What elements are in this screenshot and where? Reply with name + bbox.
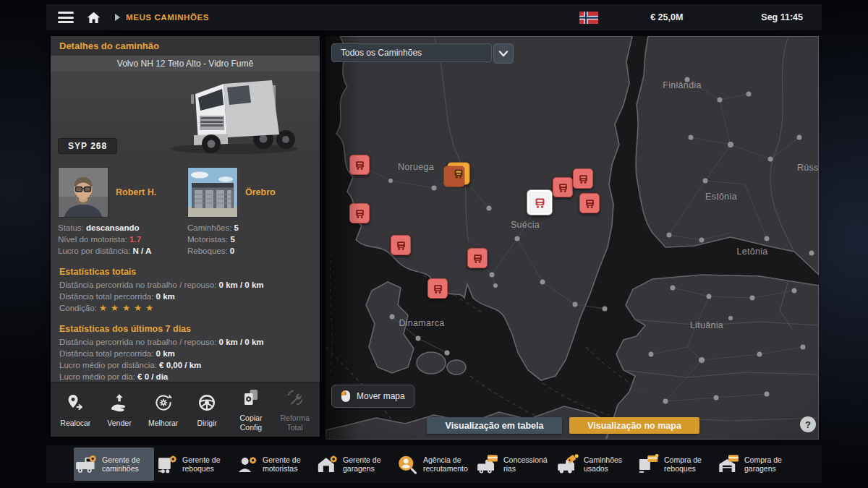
driver-level: Nível do motorista: 1.7 — [58, 234, 183, 245]
driver-name[interactable]: Robert H. — [116, 187, 156, 197]
total-stats-title: Estatísticas totais — [59, 267, 311, 277]
condition-row: Condição: ★ ★ ★ ★ ★ — [59, 302, 311, 314]
table-view-button[interactable]: Visualização em tabela — [427, 417, 562, 434]
country-label: Lituânia — [690, 320, 723, 330]
toolbar-trailer-manager[interactable]: Gerente de reboques — [154, 448, 234, 481]
week-avg-profit-distance: Lucro médio por distância: € 0,00 / km — [59, 359, 311, 371]
map-panel[interactable]: FinlândiaNoruegaSuéciaEstôniaRússiaLetôn… — [326, 36, 819, 440]
country-label: Rússia — [797, 163, 819, 173]
license-plate: SYP 268 — [58, 138, 117, 154]
truck-marker-red[interactable] — [553, 177, 573, 197]
truck-marker-red[interactable] — [349, 203, 370, 223]
driver-status: Status: descansando — [58, 222, 183, 234]
truck-marker-red[interactable] — [391, 235, 411, 255]
truck-filter-dropdown[interactable]: Todos os Caminhões — [331, 43, 492, 62]
norway-flag-icon — [579, 12, 598, 24]
truck-image-area: SYP 268 — [51, 72, 320, 161]
country-label: Noruega — [398, 162, 434, 172]
truck-manager-icon — [75, 454, 97, 474]
truck-model: Volvo NH 12 Teto Alto - Vidro Fumê — [51, 56, 320, 72]
used-trucks-icon — [557, 454, 579, 474]
mouse-icon — [341, 390, 351, 403]
driver-manager-icon — [236, 454, 258, 474]
copy-config-button[interactable]: Copiar Config — [230, 388, 271, 432]
country-label: Letônia — [736, 247, 767, 257]
truck-action-bar: Realocar Vender Melhorar — [51, 382, 320, 437]
total-work-rest: Distância percorrida no trabalho / repou… — [59, 279, 311, 291]
toolbar-truck-manager[interactable]: Gerente de caminhões — [74, 448, 154, 481]
toolbar-trailer-purchase[interactable]: Compra de reboques — [636, 448, 716, 481]
chevron-down-icon — [498, 49, 509, 58]
garage-purchase-icon — [718, 454, 739, 474]
sell-button[interactable]: Vender — [98, 393, 140, 428]
garage-drivers: Motoristas: 5 — [187, 234, 312, 245]
truck-marker-red[interactable] — [349, 155, 370, 175]
truck-image — [155, 72, 307, 158]
country-label: Estônia — [705, 192, 737, 202]
week-stats-title: Estatísticas dos últimos 7 dias — [59, 324, 311, 334]
management-toolbar: Gerente de caminhões Gerente de reboques… — [46, 445, 822, 483]
toolbar-recruitment-agency[interactable]: Agência de recrutamento — [395, 448, 475, 481]
country-label: Finlândia — [663, 80, 701, 90]
drive-icon — [197, 393, 217, 416]
driver-photo — [58, 167, 109, 218]
garage-manager-icon — [316, 454, 338, 474]
player-money: € 25,0M — [650, 12, 683, 22]
breadcrumb-caret-icon — [115, 14, 120, 21]
trailer-purchase-icon — [637, 454, 659, 474]
screen: { "top_bar": { "breadcrumb": "MEUS CAMIN… — [0, 0, 868, 488]
relocate-button[interactable]: Realocar — [55, 393, 96, 428]
driver-garage-info: Robert H. Status: descansando Nível do m… — [51, 161, 320, 257]
trailer-manager-icon — [156, 454, 177, 474]
upgrade-button[interactable]: Melhorar — [142, 393, 184, 428]
driver-profit: Lucro por distância: N / A — [58, 245, 183, 257]
dealers-icon — [477, 454, 498, 474]
map-view-button[interactable]: Visualização no mapa — [569, 417, 699, 434]
help-button[interactable]: ? — [800, 416, 816, 432]
breadcrumb[interactable]: MEUS CAMINHÕES — [126, 13, 209, 22]
move-map-hint: Mover mapa — [331, 385, 414, 408]
total-overhaul-icon — [285, 388, 305, 411]
recruitment-agency-icon — [396, 454, 418, 474]
week-stats-section: Estatísticas dos últimos 7 dias Distânci… — [51, 324, 320, 382]
drive-button[interactable]: Dirigir — [187, 393, 228, 428]
garage-trailers: Reboques: 0 — [187, 245, 312, 257]
toolbar-used-trucks[interactable]: Caminhões usados — [556, 448, 636, 481]
garage-name[interactable]: Örebro — [245, 187, 276, 197]
upgrade-icon — [153, 393, 174, 416]
sell-icon — [109, 393, 129, 416]
toolbar-garage-manager[interactable]: Gerente de garagens — [315, 448, 395, 481]
garage-trucks: Caminhões: 5 — [187, 222, 312, 234]
condition-stars: ★ ★ ★ ★ ★ — [99, 303, 154, 313]
home-icon[interactable] — [87, 12, 101, 24]
toolbar-dealers[interactable]: Concessionárias — [475, 448, 556, 481]
truck-marker-red[interactable] — [467, 248, 488, 268]
copy-config-icon — [241, 388, 261, 411]
menu-icon[interactable] — [58, 12, 74, 23]
truck-marker-red[interactable] — [427, 278, 448, 299]
relocate-icon — [65, 393, 85, 416]
truck-marker-red[interactable] — [579, 193, 600, 213]
country-label: Suécia — [511, 220, 540, 230]
total-distance: Distância total percorrida: 0 km — [59, 291, 311, 302]
total-stats-section: Estatísticas totais Distância percorrida… — [51, 267, 320, 314]
truck-marker-selected[interactable] — [527, 190, 552, 215]
panel-title: Detalhes do caminhão — [51, 36, 320, 56]
country-label: Dinamarca — [399, 318, 444, 328]
map-overlay: FinlândiaNoruegaSuéciaEstôniaRússiaLetôn… — [326, 36, 819, 440]
truck-marker-red[interactable] — [573, 168, 593, 189]
week-avg-profit-day: Lucro médio por dia: € 0 / dia — [59, 371, 311, 382]
week-work-rest: Distância percorrida no trabalho / repou… — [59, 336, 311, 348]
total-overhaul-button[interactable]: Reforma Total — [274, 388, 315, 432]
top-bar: MEUS CAMINHÕES € 25,0M Seg 11:45 — [46, 4, 822, 30]
week-distance: Distância total percorrida: 0 km — [59, 348, 311, 359]
truck-filter-chevron-button[interactable] — [493, 43, 514, 64]
truck-filter: Todos os Caminhões — [331, 43, 514, 64]
truck-marker-orange-stack[interactable] — [448, 163, 470, 185]
truck-details-panel: Detalhes do caminhão Volvo NH 12 Teto Al… — [51, 36, 320, 437]
toolbar-garage-purchase[interactable]: Compra de garagens — [716, 448, 796, 481]
garage-photo — [187, 167, 238, 218]
toolbar-driver-manager[interactable]: Gerente de motoristas — [234, 448, 315, 481]
game-datetime: Seg 11:45 — [761, 12, 803, 22]
